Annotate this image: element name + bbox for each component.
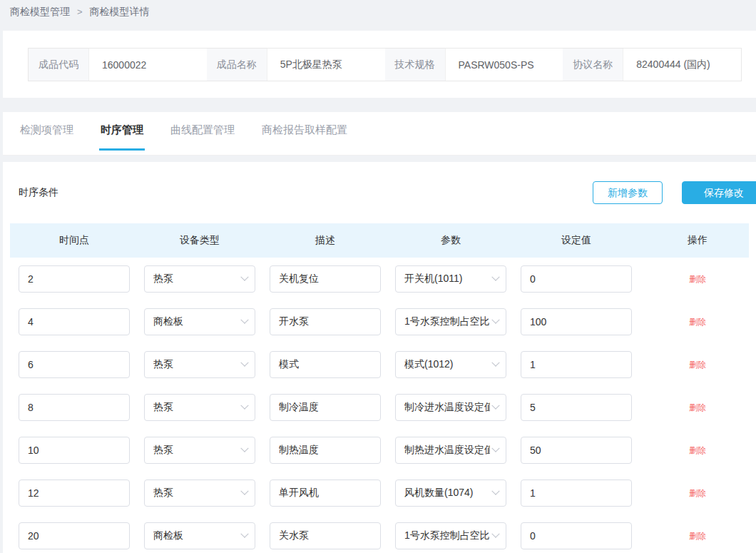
- time-point-input[interactable]: [19, 265, 130, 293]
- device-type-value: 热泵: [153, 401, 239, 414]
- table-row: 热泵 制热进水温度设定值 删除: [10, 429, 749, 472]
- tab-bar: 检测项管理 时序管理 曲线配置管理 商检报告取样配置: [3, 112, 756, 156]
- description-input[interactable]: [270, 351, 381, 378]
- product-name-value: 5P北极星热泵: [267, 49, 385, 81]
- set-value-input[interactable]: [521, 394, 632, 421]
- parameter-value: 风机数量(1074): [404, 487, 490, 499]
- column-header-operation: 操作: [646, 234, 749, 247]
- parameter-select[interactable]: 开关机(1011): [395, 265, 506, 293]
- column-header-device: 设备类型: [144, 234, 255, 247]
- parameter-select[interactable]: 模式(1012): [395, 351, 506, 378]
- chevron-down-icon: [240, 445, 248, 452]
- delete-row-button[interactable]: 删除: [689, 274, 706, 284]
- delete-row-button[interactable]: 删除: [689, 445, 706, 455]
- chevron-down-icon: [240, 402, 248, 410]
- parameter-value: 开关机(1011): [404, 273, 490, 285]
- parameter-select[interactable]: 制热进水温度设定值: [395, 437, 506, 464]
- device-type-select[interactable]: 热泵: [144, 480, 255, 507]
- product-code-value: 16000022: [89, 49, 207, 81]
- sequence-table: 时间点 设备类型 描述 参数 设定值 操作 热泵 开关机(1011) 删除: [3, 223, 756, 553]
- delete-row-button[interactable]: 删除: [689, 488, 706, 498]
- breadcrumb: 商检模型管理 > 商检模型详情: [0, 0, 756, 31]
- parameter-select[interactable]: 1号水泵控制占空比: [395, 522, 506, 549]
- delete-row-button[interactable]: 删除: [689, 531, 706, 541]
- time-point-input[interactable]: [19, 480, 130, 507]
- parameter-value: 1号水泵控制占空比: [404, 529, 490, 542]
- parameter-select[interactable]: 制冷进水温度设定值: [395, 394, 506, 421]
- device-type-select[interactable]: 热泵: [144, 351, 255, 378]
- set-value-input[interactable]: [521, 437, 632, 464]
- table-row: 热泵 开关机(1011) 删除: [10, 258, 749, 300]
- table-body: 热泵 开关机(1011) 删除 商检板 1号水泵控制占空比: [10, 258, 749, 553]
- chevron-down-icon: [491, 316, 499, 324]
- tab-report-sampling-config[interactable]: 商检报告取样配置: [260, 112, 349, 151]
- chevron-down-icon: [240, 530, 248, 538]
- tab-inspection-items[interactable]: 检测项管理: [19, 112, 75, 151]
- time-point-input[interactable]: [19, 437, 130, 464]
- description-input[interactable]: [270, 265, 381, 293]
- table-row: 商检板 1号水泵控制占空比 删除: [10, 514, 749, 553]
- device-type-value: 热泵: [153, 487, 239, 499]
- delete-row-button[interactable]: 删除: [689, 360, 706, 370]
- set-value-input[interactable]: [521, 522, 632, 549]
- description-input[interactable]: [270, 308, 381, 335]
- section-header-row: 时序条件 新增参数 保存修改: [3, 162, 756, 223]
- table-row: 商检板 1号水泵控制占空比 删除: [10, 300, 749, 343]
- device-type-select[interactable]: 商检板: [144, 308, 255, 335]
- chevron-down-icon: [240, 359, 248, 367]
- breadcrumb-item-model-management[interactable]: 商检模型管理: [10, 6, 70, 19]
- chevron-down-icon: [491, 359, 499, 367]
- delete-row-button[interactable]: 删除: [689, 317, 706, 327]
- chevron-down-icon: [240, 273, 248, 281]
- description-input[interactable]: [270, 480, 381, 507]
- time-point-input[interactable]: [19, 308, 130, 335]
- column-header-time: 时间点: [19, 234, 130, 247]
- table-row: 热泵 制冷进水温度设定值 删除: [10, 386, 749, 429]
- info-group-tech-spec: 技术规格 PASRW050S-PS: [385, 49, 563, 81]
- column-header-value: 设定值: [521, 234, 632, 247]
- time-point-input[interactable]: [19, 394, 130, 421]
- time-point-input[interactable]: [19, 351, 130, 378]
- device-type-select[interactable]: 热泵: [144, 265, 255, 293]
- info-group-product-name: 成品名称 5P北极星热泵: [207, 49, 385, 81]
- chevron-down-icon: [491, 273, 499, 281]
- parameter-select[interactable]: 风机数量(1074): [395, 480, 506, 507]
- breadcrumb-separator: >: [77, 6, 83, 17]
- description-input[interactable]: [270, 522, 381, 549]
- parameter-select[interactable]: 1号水泵控制占空比: [395, 308, 506, 335]
- parameter-value: 制热进水温度设定值: [404, 444, 490, 457]
- save-changes-button[interactable]: 保存修改: [682, 181, 756, 204]
- column-header-desc: 描述: [270, 234, 381, 247]
- protocol-name-value: 82400444 (国内): [623, 49, 741, 81]
- chevron-down-icon: [240, 487, 248, 495]
- set-value-input[interactable]: [521, 265, 632, 293]
- description-input[interactable]: [270, 394, 381, 421]
- set-value-input[interactable]: [521, 308, 632, 335]
- tech-spec-label: 技术规格: [385, 49, 446, 81]
- device-type-select[interactable]: 热泵: [144, 394, 255, 421]
- set-value-input[interactable]: [521, 351, 632, 378]
- time-point-input[interactable]: [19, 522, 130, 549]
- parameter-value: 模式(1012): [404, 358, 490, 371]
- section-title: 时序条件: [19, 186, 58, 199]
- add-parameter-button[interactable]: 新增参数: [593, 181, 663, 204]
- tech-spec-value: PASRW050S-PS: [446, 49, 563, 81]
- product-name-label: 成品名称: [207, 49, 267, 81]
- tab-sequence-management[interactable]: 时序管理: [99, 112, 145, 151]
- chevron-down-icon: [491, 445, 499, 452]
- chevron-down-icon: [491, 530, 499, 538]
- product-info-bar: 成品代码 16000022 成品名称 5P北极星热泵 技术规格 PASRW050…: [28, 48, 742, 81]
- delete-row-button[interactable]: 删除: [689, 402, 706, 412]
- description-input[interactable]: [270, 437, 381, 464]
- device-type-select[interactable]: 热泵: [144, 437, 255, 464]
- column-header-param: 参数: [395, 234, 506, 247]
- set-value-input[interactable]: [521, 480, 632, 507]
- breadcrumb-item-model-detail: 商检模型详情: [90, 6, 150, 19]
- device-type-value: 热泵: [153, 273, 239, 285]
- info-group-protocol-name: 协议名称 82400444 (国内): [563, 49, 741, 81]
- table-header-row: 时间点 设备类型 描述 参数 设定值 操作: [10, 223, 749, 258]
- device-type-select[interactable]: 商检板: [144, 522, 255, 549]
- tab-curve-config[interactable]: 曲线配置管理: [169, 112, 236, 151]
- sequence-content: 时序条件 新增参数 保存修改 时间点 设备类型 描述 参数 设定值 操作 热泵 …: [3, 162, 756, 553]
- chevron-down-icon: [491, 402, 499, 410]
